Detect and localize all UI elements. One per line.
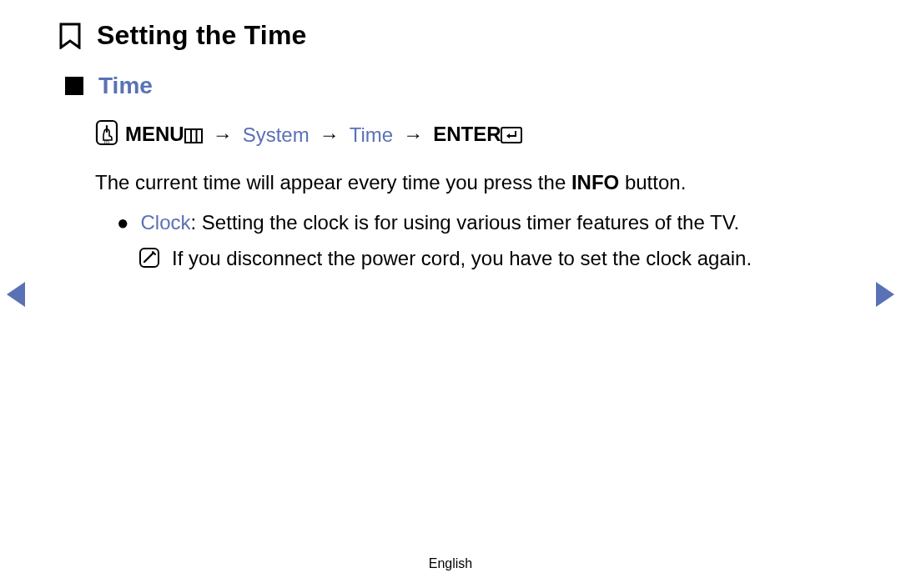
bullet-body: : Setting the clock is for using various…	[191, 211, 740, 234]
info-button-label: INFO	[571, 171, 619, 193]
enter-key-icon	[501, 125, 522, 148]
section-row: Time	[65, 73, 843, 99]
note-icon	[138, 247, 160, 275]
enter-word: ENTER	[433, 123, 501, 145]
arrow-icon: →	[400, 123, 426, 147]
note-row: If you disconnect the power cord, you ha…	[138, 245, 843, 275]
enter-label: ENTER	[433, 123, 522, 148]
menu-path: m MENU → System → Time → ENTER	[95, 119, 843, 151]
arrow-icon: →	[209, 123, 236, 147]
page: Setting the Time Time m MENU → Syste	[0, 0, 901, 588]
next-page-button[interactable]	[876, 282, 894, 307]
prev-page-button[interactable]	[7, 282, 25, 307]
desc-pre: The current time will appear every time …	[95, 171, 571, 193]
page-title: Setting the Time	[97, 20, 307, 51]
arrow-icon: →	[316, 123, 343, 147]
bullet-item: ● Clock: Setting the clock is for using …	[117, 209, 843, 236]
footer-language: English	[0, 556, 901, 571]
bullet-text: Clock: Setting the clock is for using va…	[141, 209, 740, 236]
note-text: If you disconnect the power cord, you ha…	[172, 245, 752, 272]
section-title: Time	[98, 73, 153, 99]
desc-post: button.	[619, 171, 686, 193]
menu-label: MENU	[125, 123, 203, 148]
svg-rect-2	[185, 129, 202, 143]
square-bullet-icon	[65, 77, 83, 95]
bullet-dot-icon: ●	[117, 209, 129, 236]
menu-grid-icon	[184, 125, 203, 148]
description: The current time will appear every time …	[95, 169, 843, 196]
path-time: Time	[350, 123, 393, 147]
clock-label: Clock	[141, 211, 191, 234]
touch-icon: m	[95, 119, 118, 151]
title-row: Setting the Time	[58, 20, 843, 51]
bookmark-icon	[58, 23, 82, 49]
chevron-right-icon	[876, 282, 894, 307]
path-system: System	[243, 123, 310, 147]
menu-word: MENU	[125, 123, 184, 145]
chevron-left-icon	[7, 282, 25, 307]
svg-text:m: m	[104, 138, 109, 144]
